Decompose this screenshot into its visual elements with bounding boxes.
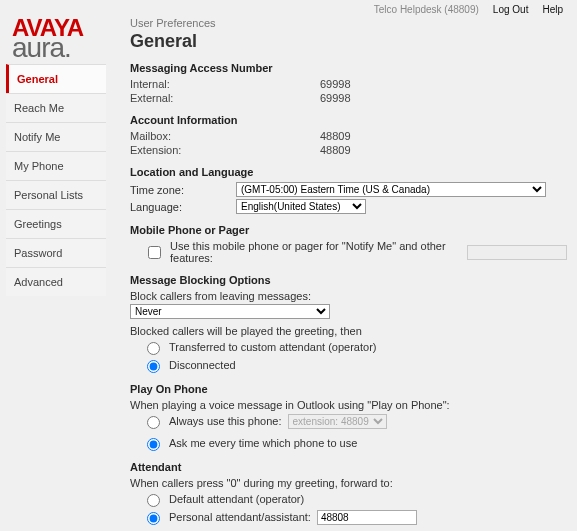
blocked-transfer-label: Transferred to custom attendant (operato… [169,341,376,353]
sidebar-item-notify-me[interactable]: Notify Me [6,122,106,151]
sidebar-item-label: Reach Me [14,102,64,114]
personal-attendant-radio[interactable] [147,512,160,525]
personal-attendant-input[interactable] [317,510,417,525]
sidebar-item-label: Personal Lists [14,189,83,201]
section-attendant: Attendant [130,461,567,473]
section-play-on-phone: Play On Phone [130,383,567,395]
blocked-transfer-radio[interactable] [147,342,160,355]
sidebar-item-advanced[interactable]: Advanced [6,267,106,296]
ask-every-time-label: Ask me every time which phone to use [169,437,357,449]
brand-aura: aura. [12,35,98,60]
section-messaging-access: Messaging Access Number [130,62,567,74]
sidebar-item-label: Advanced [14,276,63,288]
sidebar-item-general[interactable]: General [6,64,106,93]
section-location-language: Location and Language [130,166,567,178]
external-label: External: [130,92,320,104]
blocked-disconnected-label: Disconnected [169,359,236,371]
internal-value: 69998 [320,78,351,90]
external-value: 69998 [320,92,351,104]
timezone-select[interactable]: (GMT-05:00) Eastern Time (US & Canada) [236,182,546,197]
help-link[interactable]: Help [542,4,563,15]
language-label: Language: [130,201,230,213]
sidebar-item-label: General [17,73,58,85]
sidebar-item-personal-lists[interactable]: Personal Lists [6,180,106,209]
logout-link[interactable]: Log Out [493,4,529,15]
sidebar-item-label: Password [14,247,62,259]
mailbox-value: 48809 [320,130,351,142]
sidebar: General Reach Me Notify Me My Phone Pers… [6,64,106,296]
internal-label: Internal: [130,78,320,90]
mobile-notify-label: Use this mobile phone or pager for "Noti… [170,240,461,264]
language-select[interactable]: English(United States) [236,199,366,214]
default-attendant-label: Default attendant (operator) [169,493,304,505]
blocked-disconnected-radio[interactable] [147,360,160,373]
section-account-info: Account Information [130,114,567,126]
personal-attendant-label: Personal attendant/assistant: [169,511,311,523]
page-title: General [130,31,567,52]
section-message-blocking: Message Blocking Options [130,274,567,286]
blocked-then-label: Blocked callers will be played the greet… [130,325,567,337]
default-attendant-radio[interactable] [147,494,160,507]
timezone-label: Time zone: [130,184,230,196]
extension-value: 48809 [320,144,351,156]
current-user: Telco Helpdesk (48809) [374,4,479,15]
breadcrumb: User Preferences [130,17,567,29]
mobile-number-input [467,245,567,260]
block-callers-label: Block callers from leaving messages: [130,290,567,302]
brand-logo: AVAYA aura. [0,15,106,60]
mobile-notify-checkbox[interactable] [148,246,161,259]
play-on-phone-intro: When playing a voice message in Outlook … [130,399,567,411]
always-use-phone-radio[interactable] [147,416,160,429]
sidebar-item-password[interactable]: Password [6,238,106,267]
always-use-phone-label: Always use this phone: [169,415,282,427]
mailbox-label: Mailbox: [130,130,320,142]
ask-every-time-radio[interactable] [147,438,160,451]
block-callers-select[interactable]: Never [130,304,330,319]
sidebar-item-reach-me[interactable]: Reach Me [6,93,106,122]
section-mobile-pager: Mobile Phone or Pager [130,224,567,236]
attendant-intro: When callers press "0" during my greetin… [130,477,567,489]
sidebar-item-label: Greetings [14,218,62,230]
sidebar-item-greetings[interactable]: Greetings [6,209,106,238]
sidebar-item-my-phone[interactable]: My Phone [6,151,106,180]
sidebar-item-label: Notify Me [14,131,60,143]
sidebar-item-label: My Phone [14,160,64,172]
extension-label: Extension: [130,144,320,156]
play-extension-select: extension: 48809 [288,414,387,429]
